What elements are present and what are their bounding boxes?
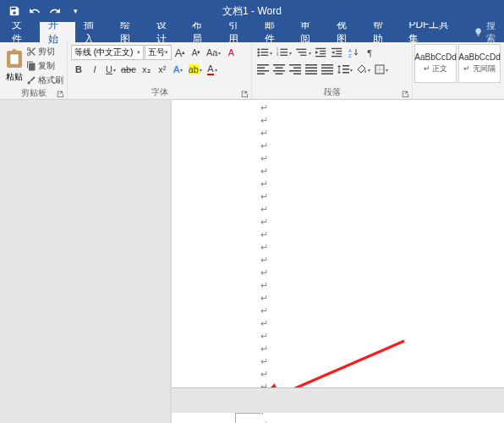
- text-effects-button[interactable]: A▾: [171, 62, 186, 77]
- style-box-1[interactable]: AaBbCcDd↵ 无间隔: [458, 44, 501, 83]
- paragraph-group-label: 段落: [252, 86, 412, 99]
- save-button[interactable]: [5, 2, 24, 20]
- svg-point-1: [257, 48, 260, 51]
- qat-customize-button[interactable]: ▾: [66, 2, 85, 20]
- dropdown-icon: ▾: [74, 7, 78, 15]
- chevron-down-icon: ▾: [137, 49, 140, 56]
- svg-rect-17: [320, 51, 326, 52]
- svg-rect-8: [280, 49, 288, 50]
- paragraph-mark: ↵: [172, 368, 504, 381]
- redo-button[interactable]: [46, 2, 64, 20]
- font-color-button[interactable]: A▾: [205, 62, 220, 77]
- paragraph-launcher[interactable]: [401, 90, 409, 98]
- svg-rect-46: [342, 65, 349, 67]
- paragraph-mark: ↵: [172, 343, 504, 355]
- show-marks-button[interactable]: ¶: [362, 45, 377, 60]
- format-painter-button[interactable]: 格式刷: [26, 74, 63, 87]
- shading-button[interactable]: ▾: [355, 62, 372, 77]
- menubar: 文件开始插入绘图设计布局引用邮件审阅视图帮助PDF工具集搜索: [0, 22, 504, 42]
- align-center-button[interactable]: [271, 62, 287, 77]
- indent-icon: [331, 47, 343, 58]
- paragraph-mark: ↵: [172, 165, 504, 178]
- clipboard-icon: [4, 47, 25, 71]
- document-area[interactable]: ↵↵↵↵↵↵↵↵↵↵↵↵↵↵↵↵↵↵↵↵↵↵↵↵↵↵: [172, 100, 504, 423]
- svg-rect-38: [305, 64, 317, 66]
- subscript-button[interactable]: x₂: [139, 62, 154, 77]
- ribbon-group-clipboard: 粘贴 剪切 复制 格式刷 剪贴板: [0, 42, 68, 99]
- decrease-indent-button[interactable]: [314, 45, 329, 60]
- svg-rect-26: [257, 64, 269, 66]
- scissors-icon: [26, 47, 36, 57]
- bullets-icon: [257, 47, 269, 58]
- svg-rect-20: [331, 48, 342, 49]
- paste-button[interactable]: 粘贴: [3, 45, 25, 85]
- numbering-button[interactable]: 123▾: [275, 45, 293, 60]
- launcher-icon: [402, 91, 408, 97]
- paragraph-mark: ↵: [172, 102, 504, 114]
- paste-label: 粘贴: [6, 71, 23, 83]
- svg-rect-18: [320, 53, 326, 54]
- page-gap: [172, 387, 504, 413]
- svg-rect-34: [289, 64, 301, 66]
- borders-button[interactable]: ▾: [373, 62, 390, 77]
- svg-rect-36: [289, 70, 301, 72]
- bold-button[interactable]: B: [71, 62, 86, 77]
- bullets-button[interactable]: ▾: [255, 45, 274, 60]
- navigation-pane: [0, 100, 172, 423]
- svg-rect-32: [273, 70, 285, 72]
- undo-button[interactable]: [25, 2, 44, 20]
- line-spacing-button[interactable]: ▾: [336, 62, 354, 77]
- font-size-combo[interactable]: 五号 ▾: [145, 45, 172, 60]
- paragraph-mark: ↵: [172, 228, 504, 241]
- svg-rect-47: [342, 69, 349, 70]
- svg-rect-22: [336, 53, 342, 54]
- clear-formatting-button[interactable]: A: [223, 45, 238, 60]
- next-page-corner: [235, 413, 260, 423]
- copy-button[interactable]: 复制: [26, 59, 63, 73]
- chevron-down-icon: ▾: [165, 49, 168, 56]
- svg-rect-15: [300, 55, 306, 56]
- align-center-icon: [273, 64, 285, 74]
- launcher-icon: [57, 91, 63, 97]
- ribbon-group-font: 等线 (中文正文) ▾ 五号 ▾ A▴ A▾ Aa▾ A B I U▾ abc …: [68, 42, 252, 99]
- grow-font-button[interactable]: A▴: [173, 45, 188, 60]
- superscript-button[interactable]: x²: [155, 62, 170, 77]
- font-launcher[interactable]: [240, 90, 249, 98]
- font-group-label: 字体: [68, 86, 251, 99]
- pilcrow-icon: ¶: [368, 47, 372, 58]
- paragraph-mark: ↵: [172, 114, 504, 127]
- italic-button[interactable]: I: [87, 62, 102, 77]
- svg-rect-2: [260, 49, 268, 50]
- svg-rect-29: [257, 74, 265, 75]
- tell-me-search[interactable]: 搜索: [474, 19, 504, 45]
- copy-icon: [26, 61, 36, 71]
- clipboard-group-label: 剪贴板: [0, 87, 67, 99]
- underline-button[interactable]: U▾: [103, 62, 118, 77]
- increase-indent-button[interactable]: [330, 45, 345, 60]
- shrink-font-button[interactable]: A▾: [189, 45, 204, 60]
- style-box-0[interactable]: AaBbCcDd↵ 正文: [414, 44, 457, 83]
- ribbon-group-styles: AaBbCcDd↵ 正文AaBbCcDd↵ 无间隔: [413, 42, 504, 99]
- paragraph-mark: ↵: [172, 127, 504, 140]
- change-case-button[interactable]: Aa▾: [205, 45, 222, 60]
- cut-button[interactable]: 剪切: [26, 45, 63, 58]
- svg-rect-45: [321, 74, 333, 75]
- svg-rect-41: [305, 74, 317, 75]
- paragraph-mark: ↵: [172, 419, 504, 423]
- sort-button[interactable]: AZ: [346, 45, 361, 60]
- svg-rect-23: [331, 56, 342, 57]
- distributed-button[interactable]: [320, 62, 335, 77]
- highlight-button[interactable]: ab▾: [187, 62, 204, 77]
- multilevel-button[interactable]: ▾: [294, 45, 313, 60]
- align-right-button[interactable]: [288, 62, 303, 77]
- align-left-button[interactable]: [255, 62, 271, 77]
- svg-rect-6: [260, 55, 268, 56]
- justify-button[interactable]: [304, 62, 319, 77]
- clipboard-launcher[interactable]: [56, 90, 64, 98]
- font-name-combo[interactable]: 等线 (中文正文) ▾: [71, 45, 144, 60]
- svg-rect-21: [336, 51, 342, 52]
- svg-rect-37: [293, 74, 301, 75]
- svg-rect-0: [10, 54, 19, 64]
- workspace: ↵↵↵↵↵↵↵↵↵↵↵↵↵↵↵↵↵↵↵↵↵↵↵↵↵↵: [0, 100, 504, 423]
- strikethrough-button[interactable]: abc: [119, 62, 138, 77]
